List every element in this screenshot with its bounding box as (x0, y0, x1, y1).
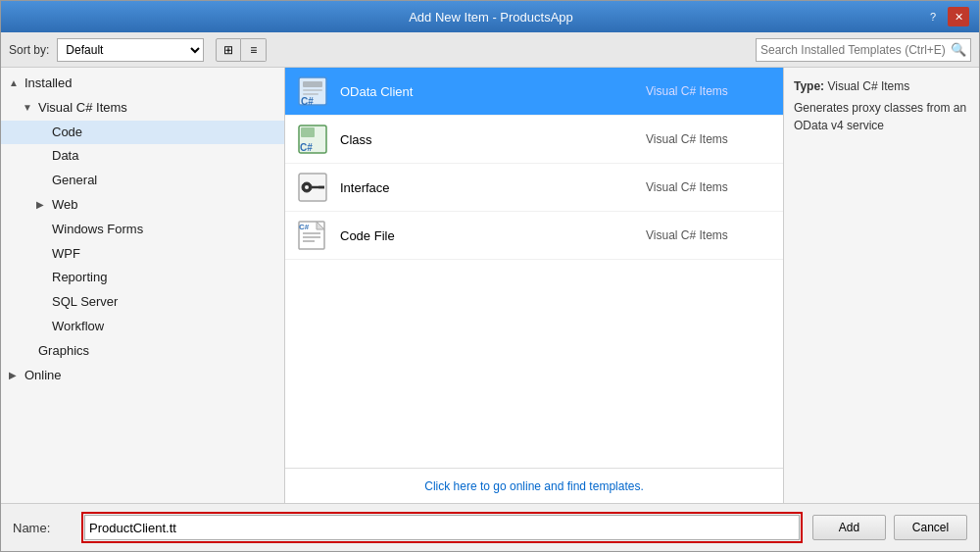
online-label: Online (24, 366, 62, 386)
template-item-interface[interactable]: Interface Visual C# Items (285, 164, 783, 212)
visual-csharp-arrow: ▼ (23, 100, 34, 116)
sidebar-item-code[interactable]: Code (1, 121, 284, 145)
type-label: Type: Visual C# Items (794, 79, 969, 93)
class-icon: C# (295, 122, 330, 157)
template-item-odata[interactable]: C# OData Client Visual C# Items (285, 68, 783, 116)
graphics-label: Graphics (38, 341, 89, 362)
svg-rect-3 (303, 93, 318, 95)
sort-select[interactable]: Default Name Type (57, 38, 204, 62)
interface-name: Interface (340, 180, 646, 195)
odata-icon: C# (295, 74, 330, 109)
sidebar-item-general[interactable]: General (1, 169, 284, 193)
search-input[interactable] (760, 43, 951, 57)
titlebar: Add New Item - ProductsApp ? ✕ (1, 1, 979, 32)
web-arrow: ▶ (36, 197, 48, 213)
sidebar-item-reporting[interactable]: Reporting (1, 266, 284, 290)
sidebar-item-visual-csharp[interactable]: ▼ Visual C# Items (1, 96, 284, 121)
codefile-name: Code File (340, 228, 646, 243)
add-button[interactable]: Add (812, 515, 886, 540)
workflow-label: Workflow (52, 317, 104, 337)
template-item-codefile[interactable]: C# Code File Visual C# Items (285, 212, 783, 260)
template-list: C# OData Client Visual C# Items C# (285, 68, 783, 468)
general-label: General (52, 171, 97, 191)
class-category: Visual C# Items (646, 132, 773, 146)
codefile-category: Visual C# Items (646, 228, 773, 242)
codefile-icon: C# (295, 218, 330, 253)
odata-name: OData Client (340, 84, 646, 99)
sort-label: Sort by: (9, 43, 49, 57)
code-label: Code (52, 123, 82, 143)
installed-arrow: ▲ (9, 75, 21, 91)
list-icon: ≡ (250, 43, 257, 57)
windows-forms-label: Windows Forms (52, 220, 143, 240)
template-list-wrapper: C# OData Client Visual C# Items C# (285, 68, 783, 503)
view-toggle: ⊞ ≡ (216, 38, 267, 62)
add-new-item-dialog: Add New Item - ProductsApp ? ✕ Sort by: … (0, 0, 980, 552)
sidebar-item-data[interactable]: Data (1, 144, 284, 169)
cancel-button[interactable]: Cancel (894, 515, 967, 540)
template-item-class[interactable]: C# Class Visual C# Items (285, 116, 783, 164)
wpf-label: WPF (52, 244, 80, 265)
bottom-bar: Name: Add Cancel (1, 503, 979, 551)
online-link-bar: Click here to go online and find templat… (285, 468, 783, 503)
sql-server-label: SQL Server (52, 292, 118, 313)
installed-label: Installed (24, 74, 72, 94)
sidebar-item-online[interactable]: ▶ Online (1, 364, 284, 388)
data-label: Data (52, 146, 78, 167)
web-label: Web (52, 195, 78, 216)
online-link[interactable]: Click here to go online and find templat… (424, 479, 643, 493)
svg-rect-6 (301, 127, 315, 137)
svg-point-10 (305, 185, 309, 189)
dialog-title: Add New Item - ProductsApp (60, 10, 922, 25)
titlebar-controls: ? ✕ (922, 7, 969, 26)
svg-rect-2 (303, 89, 322, 91)
interface-category: Visual C# Items (646, 180, 773, 194)
online-arrow: ▶ (9, 368, 21, 383)
grid-icon: ⊞ (223, 43, 233, 57)
sidebar: ▲ Installed ▼ Visual C# Items Code Data … (1, 68, 285, 503)
sidebar-item-workflow[interactable]: Workflow (1, 315, 284, 339)
sidebar-item-sql-server[interactable]: SQL Server (1, 290, 284, 315)
class-name: Class (340, 132, 646, 147)
svg-text:C#: C# (300, 142, 313, 153)
search-box: 🔍 (756, 38, 971, 62)
help-button[interactable]: ? (922, 7, 944, 26)
main-content: ▲ Installed ▼ Visual C# Items Code Data … (1, 68, 979, 503)
search-icon[interactable]: 🔍 (951, 42, 966, 57)
svg-rect-1 (303, 81, 322, 87)
close-button[interactable]: ✕ (948, 7, 969, 26)
svg-text:C#: C# (299, 223, 310, 231)
name-input[interactable] (84, 515, 800, 540)
list-view-button[interactable]: ≡ (241, 38, 267, 62)
toolbar: Sort by: Default Name Type ⊞ ≡ 🔍 (1, 32, 979, 68)
name-input-wrapper (81, 512, 803, 543)
type-value: Visual C# Items (827, 79, 909, 93)
grid-view-button[interactable]: ⊞ (216, 38, 241, 62)
svg-text:C#: C# (301, 96, 314, 107)
interface-icon (295, 170, 330, 205)
type-prefix: Type: (794, 79, 824, 93)
name-label: Name: (13, 521, 72, 535)
sidebar-item-installed[interactable]: ▲ Installed (1, 72, 284, 96)
reporting-label: Reporting (52, 268, 107, 288)
sidebar-item-wpf[interactable]: WPF (1, 242, 284, 267)
odata-category: Visual C# Items (646, 84, 773, 98)
sidebar-item-graphics[interactable]: Graphics (1, 339, 284, 364)
sidebar-item-windows-forms[interactable]: Windows Forms (1, 218, 284, 242)
info-description: Generates proxy classes from an OData v4… (794, 99, 969, 134)
action-buttons: Add Cancel (812, 515, 967, 540)
visual-csharp-label: Visual C# Items (38, 98, 127, 119)
sidebar-item-web[interactable]: ▶ Web (1, 193, 284, 218)
info-panel: Type: Visual C# Items Generates proxy cl… (783, 68, 979, 503)
